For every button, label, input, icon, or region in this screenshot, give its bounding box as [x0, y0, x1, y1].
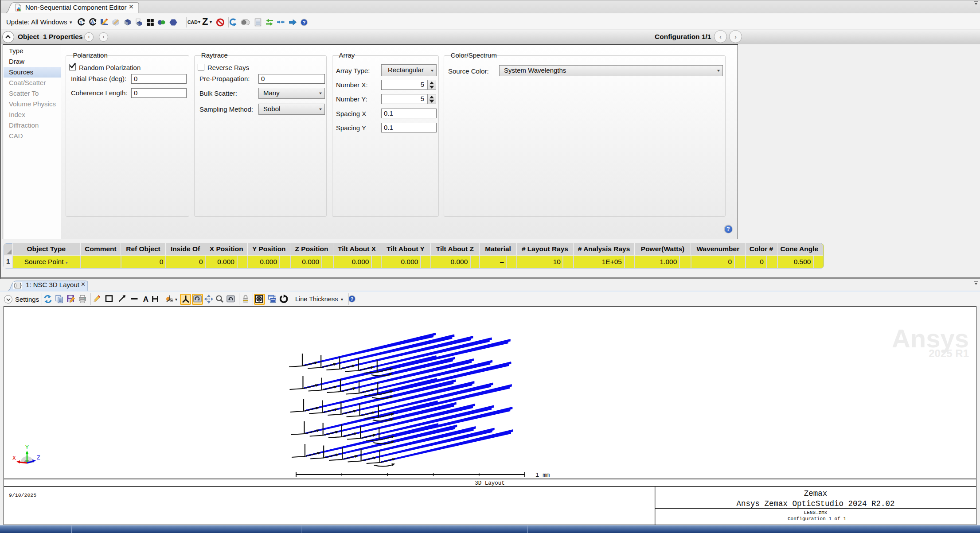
svg-text:1: 1: [79, 20, 82, 25]
svg-text:9/10/2025: 9/10/2025: [9, 492, 36, 498]
svg-text:Zemax: Zemax: [804, 489, 828, 498]
svg-text:X: X: [12, 455, 16, 462]
svg-text:Y: Y: [25, 444, 29, 451]
svg-text:Configuration 1 of 1: Configuration 1 of 1: [788, 516, 846, 521]
svg-text:3D Layout: 3D Layout: [475, 480, 505, 486]
svg-text:LENS.zmx: LENS.zmx: [804, 510, 828, 515]
svg-text:Z: Z: [37, 455, 40, 461]
svg-text:Ansys Zemax OpticStudio 2024 R: Ansys Zemax OpticStudio 2024 R2.02: [736, 499, 894, 508]
svg-text:2025 R1: 2025 R1: [929, 347, 969, 359]
svg-text:A: A: [91, 19, 94, 25]
svg-text:?: ?: [302, 20, 305, 25]
svg-text:A: A: [143, 295, 148, 303]
svg-text:1 mm: 1 mm: [535, 472, 550, 479]
svg-text:?: ?: [350, 296, 353, 302]
